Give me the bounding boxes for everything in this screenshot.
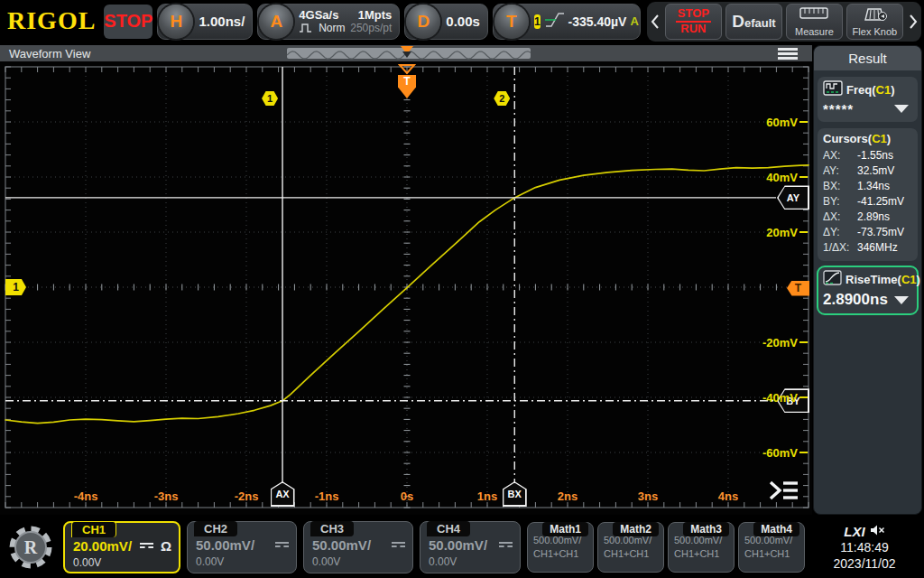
cursor-readout-value: -41.25mV [857,194,904,210]
risetime-card-title: RiseTime(C1) [845,273,920,286]
stop-run-button[interactable]: STOP RUN [665,4,722,40]
channel-tab[interactable]: CH2 [194,521,237,536]
nav-left-icon[interactable] [649,4,661,40]
acquire-group[interactable]: A 4GSa/s 1Mpts Norm 250ps/pt [257,4,400,40]
result-panel: Result Freq(C1) ***** Cursors(C1) AX:-1.… [813,45,922,515]
freq-measurement-card[interactable]: Freq(C1) ***** [818,77,918,122]
channel-offset: 0.00V [429,555,513,568]
volt-axis-label: 40mV [766,171,798,184]
scope-graticule[interactable]: T 1 2 1 T AX BX AY BY -4ns-3ns-2ns-1ns0s… [0,61,812,515]
sample-resolution: 250ps/pt [350,22,392,34]
cursor-readout-key: 1/ΔX: [823,240,857,256]
nav-right-icon[interactable] [907,4,919,40]
channel-box-CH3[interactable]: CH350.00mV/0.00V [303,521,413,573]
math-tab[interactable]: Math2 [613,522,659,536]
math-box-Math1[interactable]: Math1500.00mV/CH1+CH1 [527,522,594,573]
cursor-readout-key: BX: [823,179,857,194]
dc-coupling-icon [140,543,153,550]
channel-box-CH4[interactable]: CH450.00mV/0.00V [420,521,521,573]
channel-tab[interactable]: CH4 [427,521,470,536]
horizontal-group[interactable]: H 1.00ns/ [157,4,253,40]
volt-axis-tick [799,176,808,178]
rigol-logo: RIGOL [4,6,99,37]
channel-scale: 50.00mV/ [429,537,487,553]
time-axis-label: 2ns [558,489,578,503]
clock-date: 2023/11/02 [833,555,895,572]
volt-axis-tick [799,452,808,453]
channel-scale: 50.00mV/ [312,537,371,553]
cursor-readout-key: ΔY: [823,225,857,240]
default-rest: efault [744,16,776,30]
trigger-knob-label: T [506,12,517,32]
waveform-view-header: Waveform View [0,45,812,61]
risetime-measurement-card[interactable]: RiseTime(C1) 2.8900ns [817,266,919,315]
horizontal-position-bar[interactable] [287,48,531,59]
measure-button[interactable]: Measure [786,4,843,40]
flex-knob-button[interactable]: Flex Knob [846,4,903,40]
acquire-knob-label: A [270,12,282,32]
risetime-dropdown-icon[interactable] [894,296,909,304]
delay-knob[interactable]: D [406,5,440,39]
lxi-logo: LXI [844,524,864,539]
cursor-readout-key: ΔX: [823,210,857,225]
math-tab[interactable]: Math4 [753,522,799,536]
time-axis-label: -4ns [74,489,98,503]
default-button[interactable]: Default [725,4,782,40]
trigger-group[interactable]: T 1 -335.40µV A [493,4,641,40]
freq-dropdown-icon[interactable] [894,105,909,113]
acquire-knob[interactable]: A [259,5,293,39]
channel-tab[interactable]: CH3 [310,521,354,536]
trigger-position-label: T [403,75,410,88]
cursor-readout-value: 1.34ns [857,179,890,194]
trigger-knob[interactable]: T [494,5,529,39]
result-panel-title: Result [814,46,921,70]
rigol-gear-logo[interactable]: R [5,520,57,574]
channel-offset: 0.00V [73,556,171,569]
channel-box-CH1[interactable]: CH120.00mV/Ω0.00V [63,521,180,573]
cursor-readout-row: BY:-41.25mV [823,194,912,210]
cursor-readout-row: ΔX:2.89ns [823,210,912,225]
math-box-Math3[interactable]: Math3500.00mV/CH1+CH1 [668,522,735,573]
quick-button-cluster: STOP RUN Default Measure Flex Knob [647,2,921,42]
pulse-icon [299,22,313,34]
time-axis-label: 1ns [477,489,497,503]
stop-label: STOP [676,7,711,23]
trigger-delay-value: 0.00s [446,14,480,29]
ruler-icon [799,6,829,25]
expand-menu-icon[interactable] [768,479,800,506]
channel-tab[interactable]: CH1 [71,521,116,537]
clock-time: 11:48:49 [840,539,888,555]
menu-icon[interactable] [778,48,798,60]
delay-group[interactable]: D 0.00s [404,4,488,40]
math-box-Math4[interactable]: Math4500.00mV/CH1+CH1 [738,522,805,573]
run-label: RUN [680,23,706,35]
dc-coupling-icon [499,542,513,549]
timebase-scale: 1.00ns/ [199,14,245,29]
risetime-icon [823,270,842,288]
volt-axis-label: -20mV [762,336,798,350]
cursor-readout-row: ΔY:-73.75mV [823,225,912,240]
cursor-readout-value: 32.5mV [857,163,894,179]
impedance-ohm-label: Ω [161,538,171,554]
math-tab[interactable]: Math1 [542,522,588,536]
math-source: CH1+CH1 [744,547,799,561]
clock-box[interactable]: LXI 11:48:49 2023/11/02 [811,519,918,575]
horizontal-knob[interactable]: H [159,5,193,39]
cursor-readout-value: 346MHz [857,240,898,256]
cursor-readout-key: BY: [823,194,857,210]
time-axis-label: 0s [401,489,413,503]
cursors-card[interactable]: Cursors(C1) AX:-1.55nsAY:32.5mVBX:1.34ns… [818,128,918,261]
rising-edge-icon [543,10,567,33]
volt-axis-tick [799,341,808,343]
cursor-readout-row: BX:1.34ns [823,179,912,194]
channel-scale: 50.00mV/ [196,537,254,553]
channel-box-CH2[interactable]: CH250.00mV/0.00V [187,521,297,573]
delay-knob-label: D [417,12,430,32]
time-axis-label: -3ns [154,489,179,503]
freq-counter-icon [823,80,843,98]
math-box-Math2[interactable]: Math2500.00mV/CH1+CH1 [597,522,664,573]
trigger-level-value: -335.40µV [568,14,627,29]
volt-axis-label: 60mV [766,116,798,129]
volt-axis-label: -60mV [762,446,798,460]
math-tab[interactable]: Math3 [683,522,729,536]
